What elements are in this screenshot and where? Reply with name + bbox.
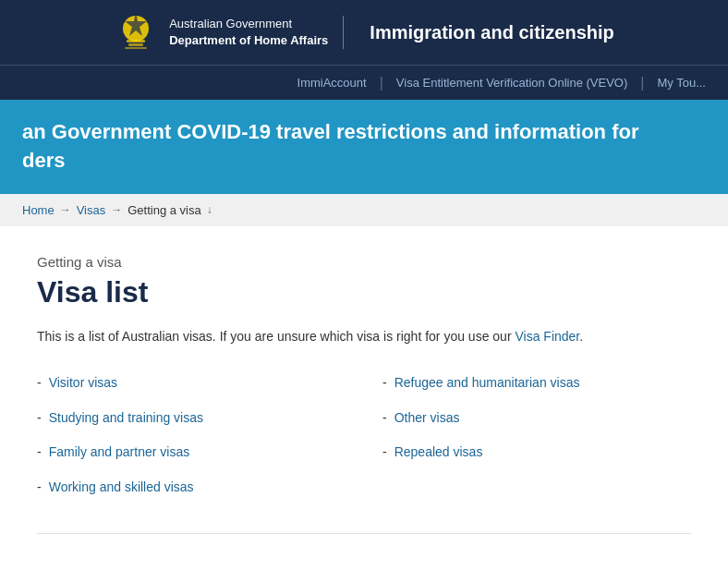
visa-link-left-2[interactable]: Family and partner visas [49, 443, 190, 462]
nav-mytou[interactable]: My Tou... [644, 68, 719, 97]
visa-columns: - Visitor visas - Studying and training … [37, 374, 691, 496]
visa-link-left-3[interactable]: Working and skilled visas [49, 479, 194, 497]
visa-dash: - [382, 444, 387, 459]
visa-link-right-0[interactable]: Refugee and humanitarian visas [394, 374, 580, 393]
visa-link-right-2[interactable]: Repealed visas [394, 443, 483, 462]
logo-group: Australian Government Department of Home… [114, 8, 614, 56]
list-item: - Visitor visas [37, 374, 346, 393]
visa-link-left-1[interactable]: Studying and training visas [49, 409, 203, 428]
dept-name: Department of Home Affairs [169, 32, 328, 49]
breadcrumb-arrow-2: → [111, 203, 122, 216]
nav-immiaccount[interactable]: ImmiAccount [285, 68, 380, 97]
svg-rect-2 [127, 40, 145, 42]
visa-link-left-0[interactable]: Visitor visas [49, 374, 117, 393]
crest-icon [114, 8, 158, 56]
svg-rect-4 [125, 47, 147, 49]
breadcrumb-arrow-1: → [60, 203, 71, 216]
page-title: Visa list [37, 275, 691, 309]
site-header: Australian Government Department of Home… [0, 0, 728, 65]
visa-finder-link[interactable]: Visa Finder [515, 329, 579, 344]
breadcrumb: Home → Visas → Getting a visa ↓ [0, 194, 728, 226]
description-suffix: . [579, 329, 583, 344]
page-description: This is a list of Australian visas. If y… [37, 326, 691, 346]
breadcrumb-visas[interactable]: Visas [77, 203, 106, 217]
list-item: - Working and skilled visas [37, 479, 346, 497]
site-title: Immigration and citizenship [370, 22, 613, 43]
covid-banner[interactable]: an Government COVID-19 travel restrictio… [0, 100, 728, 194]
visa-dash: - [37, 444, 42, 459]
main-content: Getting a visa Visa list This is a list … [0, 226, 728, 572]
breadcrumb-dropdown-icon[interactable]: ↓ [207, 203, 212, 216]
list-item: - Other visas [382, 409, 691, 428]
description-prefix: This is a list of Australian visas. If y… [37, 329, 515, 344]
banner-line1: an Government COVID-19 travel restrictio… [22, 118, 706, 147]
list-item: - Refugee and humanitarian visas [382, 374, 691, 393]
visa-dash: - [37, 479, 42, 494]
breadcrumb-current: Getting a visa [127, 203, 201, 217]
svg-rect-3 [128, 43, 143, 46]
top-nav: ImmiAccount | Visa Entitlement Verificat… [0, 65, 728, 100]
visa-column-right: - Refugee and humanitarian visas - Other… [382, 374, 691, 496]
breadcrumb-home[interactable]: Home [22, 203, 55, 217]
visa-dash: - [37, 375, 42, 390]
visa-column-left: - Visitor visas - Studying and training … [37, 374, 346, 496]
list-item: - Studying and training visas [37, 409, 346, 428]
footer-divider [37, 533, 691, 534]
visa-dash: - [382, 375, 387, 390]
list-item: - Repealed visas [382, 443, 691, 462]
visa-dash: - [37, 410, 42, 425]
gov-text: Australian Government Department of Home… [169, 16, 344, 49]
list-item: - Family and partner visas [37, 443, 346, 462]
gov-name: Australian Government [169, 16, 328, 32]
visa-dash: - [382, 410, 387, 425]
nav-vevo[interactable]: Visa Entitlement Verification Online (VE… [383, 68, 641, 97]
page-subtitle: Getting a visa [37, 254, 691, 270]
banner-text: an Government COVID-19 travel restrictio… [22, 118, 706, 176]
banner-line2: ders [22, 147, 706, 176]
visa-link-right-1[interactable]: Other visas [394, 409, 460, 428]
